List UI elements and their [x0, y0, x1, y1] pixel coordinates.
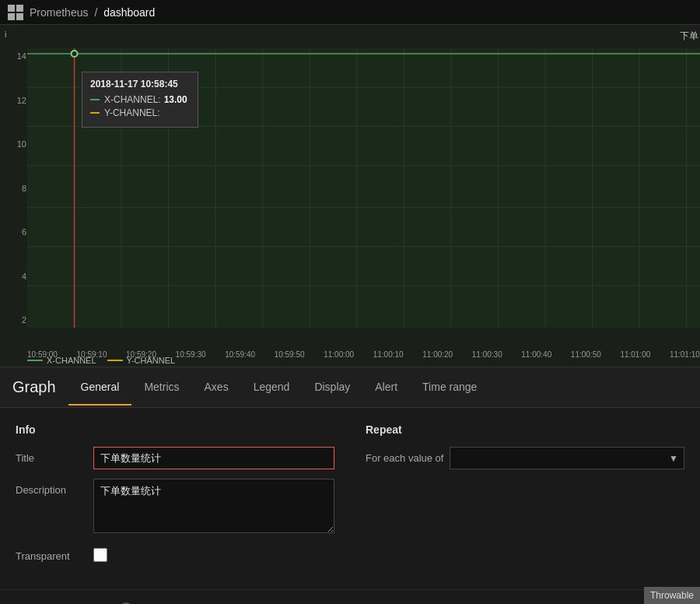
breadcrumb-app[interactable]: Prometheus	[30, 6, 88, 19]
info-section-title: Info	[16, 423, 334, 436]
for-each-select-wrapper: ▼	[450, 447, 684, 469]
y-tick-2: 2	[3, 315, 26, 325]
description-input-wrapper: 下单数量统计	[93, 479, 334, 536]
settings-area: Info Title Description 下单数量统计 Transparen…	[0, 408, 700, 589]
legend-y-line	[107, 360, 123, 361]
chart-top-right-label: 下单	[680, 30, 698, 43]
y-tick-6: 6	[3, 227, 26, 237]
x-tick-3: 10:59:30	[176, 350, 206, 359]
tabs-list: General Metrics Axes Legend Display Aler…	[68, 370, 490, 406]
settings-left: Info Title Description 下单数量统计 Transparen…	[16, 423, 334, 574]
repeat-section-title: Repeat	[366, 423, 684, 436]
chart-info-label: i	[5, 30, 6, 39]
legend-y-channel: Y-CHANNEL	[107, 356, 176, 365]
y-tick-12: 12	[3, 96, 26, 105]
title-field-row: Title	[16, 447, 334, 469]
description-input[interactable]: 下单数量统计	[93, 479, 334, 533]
panel-title: Graph	[0, 367, 68, 407]
legend-x-label: X-CHANNEL	[47, 356, 96, 365]
tooltip-y-channel-row: Y-CHANNEL:	[90, 107, 190, 118]
transparent-checkbox[interactable]	[93, 548, 107, 562]
tab-alert[interactable]: Alert	[362, 370, 410, 406]
app-icon	[8, 5, 23, 20]
tooltip-x-channel-row: X-CHANNEL: 13.00	[90, 94, 190, 105]
x-tick-5: 10:59:50	[275, 350, 305, 359]
x-tick-8: 11:00:20	[422, 350, 453, 359]
top-bar: Prometheus / dashboard	[0, 0, 700, 25]
tab-general[interactable]: General	[68, 370, 132, 406]
watermark: Throwable	[644, 587, 700, 604]
tooltip-y-label: Y-CHANNEL:	[104, 107, 160, 118]
description-field-row: Description 下单数量统计	[16, 479, 334, 536]
transparent-field-row: Transparent	[16, 545, 334, 564]
y-axis: 2 4 6 8 10 12 14	[0, 48, 27, 328]
y-tick-8: 8	[3, 184, 26, 193]
x-tick-9: 11:00:30	[472, 350, 502, 359]
chart-container: i 下单 2 4 6 8 10 12 14	[0, 25, 700, 367]
x-tick-13: 11:01:10	[670, 350, 700, 359]
title-label: Title	[16, 447, 93, 464]
legend-x-channel: X-CHANNEL	[27, 356, 96, 365]
tab-display[interactable]: Display	[302, 370, 362, 406]
breadcrumb: Prometheus / dashboard	[30, 6, 155, 19]
tab-time-range[interactable]: Time range	[410, 370, 489, 406]
transparent-input-wrapper	[93, 545, 334, 564]
settings-right: Repeat For each value of ▼	[366, 423, 684, 574]
tooltip-x-value: 13.00	[164, 94, 187, 105]
repeat-row: For each value of ▼	[366, 447, 684, 469]
tooltip-time: 2018-11-17 10:58:45	[90, 79, 190, 90]
tooltip-y-color	[90, 112, 100, 114]
title-input-wrapper	[93, 447, 334, 469]
y-tick-4: 4	[3, 272, 26, 281]
chart-grid-area: 2018-11-17 10:58:45 X-CHANNEL: 13.00 Y-C…	[27, 48, 700, 328]
legend-x-line	[27, 360, 43, 361]
breadcrumb-current: dashboard	[103, 6, 155, 19]
tooltip-x-label: X-CHANNEL:	[104, 94, 161, 105]
x-tick-7: 11:00:10	[373, 350, 404, 359]
drilldown-section: Drilldown / detail link ?	[0, 589, 700, 604]
y-tick-10: 10	[3, 139, 26, 149]
description-label: Description	[16, 479, 93, 496]
breadcrumb-separator: /	[94, 6, 97, 19]
y-tick-14: 14	[3, 51, 26, 61]
tab-legend[interactable]: Legend	[241, 370, 303, 406]
chart-legend: X-CHANNEL Y-CHANNEL	[27, 356, 175, 365]
x-tick-11: 11:00:50	[571, 350, 601, 359]
chart-tooltip: 2018-11-17 10:58:45 X-CHANNEL: 13.00 Y-C…	[82, 72, 198, 128]
x-tick-12: 11:01:00	[620, 350, 650, 359]
for-each-select[interactable]	[450, 447, 684, 469]
for-each-label: For each value of	[366, 452, 443, 464]
legend-y-label: Y-CHANNEL	[127, 356, 176, 365]
tooltip-x-color	[90, 99, 100, 100]
svg-point-21	[72, 51, 78, 57]
tab-axes[interactable]: Axes	[192, 370, 241, 406]
tab-metrics[interactable]: Metrics	[131, 370, 191, 406]
tabs-section: Graph General Metrics Axes Legend Displa…	[0, 367, 700, 408]
x-tick-10: 11:00:40	[521, 350, 551, 359]
x-tick-4: 10:59:40	[225, 350, 255, 359]
title-input[interactable]	[93, 447, 334, 469]
transparent-label: Transparent	[16, 545, 93, 562]
x-tick-6: 11:00:00	[324, 350, 354, 359]
